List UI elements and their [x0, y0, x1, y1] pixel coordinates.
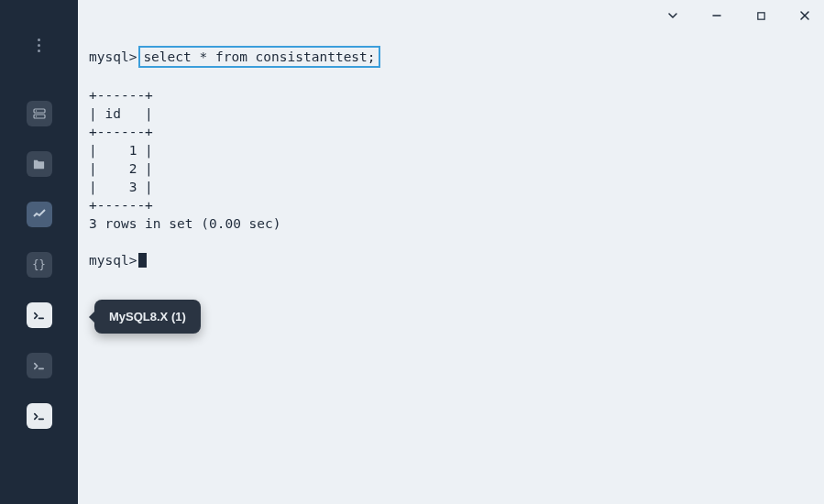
sidebar-item-terminal-active[interactable]	[27, 302, 52, 328]
table-row: | 2 |	[89, 161, 153, 176]
svg-rect-0	[34, 109, 45, 113]
minimize-button[interactable]	[709, 7, 725, 24]
svg-rect-4	[757, 12, 764, 18]
sidebar-item-code[interactable]: {}	[27, 252, 52, 278]
result-footer: 3 rows in set (0.00 sec)	[89, 216, 281, 231]
tooltip-label: MySQL8.X (1)	[109, 310, 186, 323]
svg-point-2	[35, 110, 36, 111]
menu-button[interactable]	[27, 32, 52, 58]
terminal-icon	[32, 309, 46, 323]
sidebar-item-terminal-tab-2[interactable]	[27, 403, 52, 429]
chart-icon	[32, 207, 47, 222]
table-border: +------+	[89, 125, 153, 139]
tooltip: MySQL8.X (1)	[94, 300, 201, 334]
terminal-icon	[32, 410, 46, 423]
server-icon	[32, 106, 47, 121]
svg-rect-1	[34, 115, 45, 118]
window-controls	[665, 7, 813, 24]
close-icon	[799, 10, 810, 21]
table-header: | id |	[89, 106, 153, 121]
sidebar: {}	[0, 0, 78, 504]
maximize-icon	[756, 11, 766, 21]
terminal-pane[interactable]: mysql>select * from consistanttest; +---…	[78, 0, 824, 504]
table-border: +------+	[89, 198, 153, 213]
dropdown-button[interactable]	[665, 7, 681, 24]
table-row: | 1 |	[89, 143, 153, 158]
sidebar-item-analytics[interactable]	[27, 202, 52, 227]
minimize-icon	[711, 10, 722, 21]
query-highlight: select * from consistanttest;	[138, 46, 379, 68]
svg-point-3	[35, 115, 36, 116]
sidebar-item-server[interactable]	[27, 101, 52, 126]
kebab-menu-icon	[38, 38, 40, 52]
table-border: +------+	[89, 88, 153, 103]
terminal-icon	[32, 359, 46, 373]
table-row: | 3 |	[89, 180, 153, 194]
chevron-down-icon	[666, 9, 679, 22]
close-button[interactable]	[797, 7, 813, 24]
mysql-prompt: mysql>	[89, 251, 137, 269]
maximize-button[interactable]	[753, 7, 769, 24]
mysql-prompt: mysql>	[89, 48, 137, 66]
cursor	[138, 253, 147, 268]
folder-icon	[32, 158, 46, 171]
sidebar-item-terminal-tab-1[interactable]	[27, 353, 52, 378]
braces-icon: {}	[32, 258, 45, 271]
sidebar-item-files[interactable]	[27, 151, 52, 177]
terminal-output: mysql>select * from consistanttest; +---…	[78, 0, 824, 280]
